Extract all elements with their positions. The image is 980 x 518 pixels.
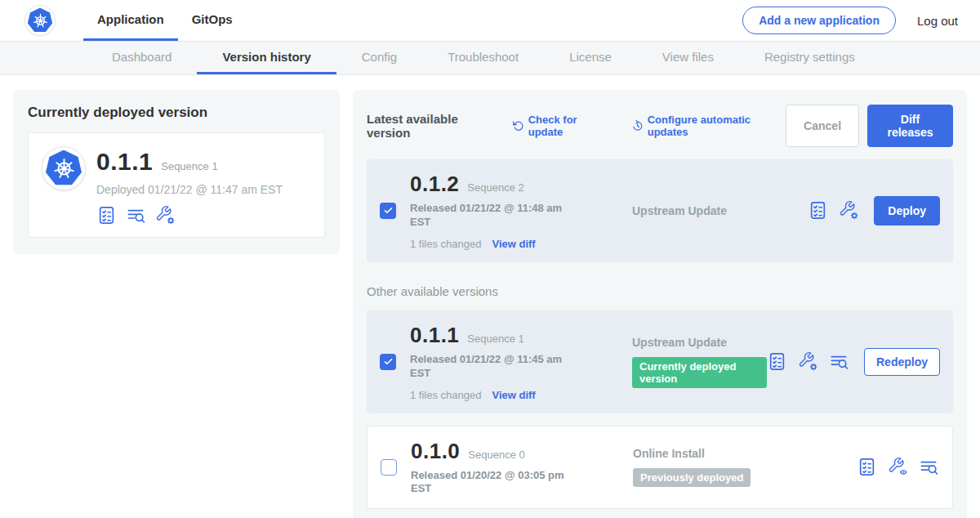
edit-config-icon[interactable]	[839, 200, 859, 221]
kubernetes-logo	[24, 5, 56, 36]
tab-license[interactable]: License	[544, 42, 637, 74]
view-logs-icon[interactable]	[126, 205, 146, 226]
deploy-button[interactable]: Deploy	[874, 196, 940, 226]
tab-version-history-label: Version history	[222, 50, 310, 64]
version-source-label: Upstream Update	[632, 204, 808, 217]
deployed-version-number: 0.1.1	[96, 148, 153, 176]
refresh-icon	[512, 119, 524, 132]
view-logs-icon[interactable]	[829, 351, 849, 372]
version-source-label: Upstream Update	[632, 336, 767, 349]
top-nav-tabs: Application GitOps	[83, 0, 247, 41]
tab-dashboard[interactable]: Dashboard	[87, 42, 197, 74]
files-changed-label: 1 files changed	[410, 389, 481, 401]
diff-releases-button[interactable]: Diff releases	[867, 105, 953, 147]
cancel-button[interactable]: Cancel	[786, 105, 859, 147]
tab-version-history[interactable]: Version history	[197, 42, 336, 74]
version-number: 0.1.2	[410, 172, 459, 197]
logout-button[interactable]: Log out	[917, 14, 958, 28]
tab-config-label: Config	[362, 50, 397, 64]
edit-config-icon[interactable]	[155, 205, 176, 226]
checkmark-icon	[383, 356, 394, 367]
sequence-label: Sequence 0	[468, 449, 524, 461]
tab-registry-settings-label: Registry settings	[764, 50, 855, 64]
tab-dashboard-label: Dashboard	[112, 50, 172, 64]
previously-deployed-badge: Previously deployed	[633, 468, 751, 487]
deployed-version-card: 0.1.1 Sequence 1 Deployed 01/21/22 @ 11:…	[28, 132, 325, 238]
version-checkbox[interactable]	[381, 459, 397, 476]
currently-deployed-card: Currently deployed version 0.1.1 Sequenc…	[13, 90, 340, 254]
top-nav: Application GitOps Add a new application…	[0, 0, 980, 41]
version-number: 0.1.0	[411, 439, 460, 464]
deployed-sequence-label: Sequence 1	[161, 160, 217, 172]
tab-registry-settings[interactable]: Registry settings	[739, 42, 880, 74]
release-notes-icon[interactable]	[96, 205, 117, 226]
version-row-0-1-0: 0.1.0 Sequence 0 Released 01/20/22 @ 03:…	[367, 426, 953, 510]
release-notes-icon[interactable]	[808, 200, 828, 221]
release-notes-icon[interactable]	[767, 351, 787, 372]
tab-troubleshoot-label: Troubleshoot	[448, 50, 519, 64]
deployed-card-title: Currently deployed version	[28, 105, 325, 121]
released-timestamp: Released 01/21/22 @ 11:45 am EST	[410, 353, 570, 381]
tab-config[interactable]: Config	[336, 42, 422, 74]
version-checkbox[interactable]	[380, 203, 396, 219]
checkmark-icon	[383, 205, 394, 216]
ship-wheel-icon	[31, 11, 50, 30]
configure-updates-label: Configure automatic updates	[648, 114, 786, 138]
app-logo	[42, 146, 86, 190]
version-number: 0.1.1	[410, 323, 459, 348]
available-versions-panel: Latest available version Check for updat…	[353, 90, 967, 518]
ship-wheel-icon	[51, 155, 78, 182]
deployed-timestamp: Deployed 01/21/22 @ 11:47 am EST	[96, 183, 283, 196]
version-row-0-1-2: 0.1.2 Sequence 2 Released 01/21/22 @ 11:…	[367, 159, 953, 262]
app-sub-nav: Dashboard Version history Config Trouble…	[0, 41, 980, 75]
currently-deployed-badge: Currently deployed version	[632, 357, 767, 388]
version-checkbox[interactable]	[380, 354, 396, 370]
view-logs-icon[interactable]	[919, 457, 939, 477]
sequence-label: Sequence 1	[467, 333, 523, 345]
tab-application-label: Application	[97, 12, 164, 26]
tab-application[interactable]: Application	[83, 0, 178, 41]
tab-view-files-label: View files	[662, 50, 714, 64]
check-for-update-label: Check for update	[528, 114, 610, 138]
tab-gitops[interactable]: GitOps	[178, 0, 247, 41]
configure-automatic-updates-link[interactable]: Configure automatic updates	[631, 114, 786, 138]
redeploy-button[interactable]: Redeploy	[864, 348, 940, 376]
tab-license-label: License	[569, 50, 612, 64]
view-config-icon[interactable]	[888, 457, 908, 477]
tab-view-files[interactable]: View files	[637, 42, 739, 74]
view-diff-link[interactable]: View diff	[492, 238, 535, 250]
version-row-0-1-1: 0.1.1 Sequence 1 Released 01/21/22 @ 11:…	[367, 310, 953, 413]
panel-title: Latest available version	[367, 112, 497, 140]
other-available-versions-title: Other available versions	[367, 284, 953, 298]
check-for-update-link[interactable]: Check for update	[512, 114, 610, 138]
auto-update-clock-icon	[631, 119, 644, 132]
version-source-label: Online Install	[633, 447, 857, 460]
released-timestamp: Released 01/21/22 @ 11:48 am EST	[410, 202, 570, 230]
add-new-application-button[interactable]: Add a new application	[742, 7, 896, 34]
released-timestamp: Released 01/20/22 @ 03:05 pm EST	[411, 469, 571, 497]
sequence-label: Sequence 2	[467, 181, 523, 194]
tab-troubleshoot[interactable]: Troubleshoot	[422, 42, 544, 74]
files-changed-label: 1 files changed	[410, 238, 481, 250]
view-diff-link[interactable]: View diff	[492, 389, 535, 401]
release-notes-icon[interactable]	[857, 457, 877, 477]
edit-config-icon[interactable]	[798, 351, 818, 372]
tab-gitops-label: GitOps	[192, 12, 233, 26]
